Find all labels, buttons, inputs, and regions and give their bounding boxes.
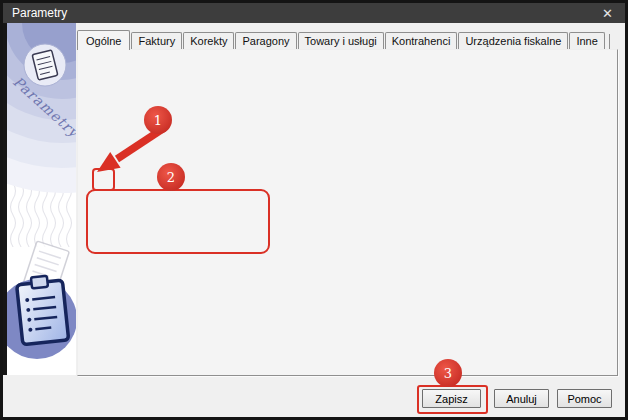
tab-page-ogolne	[77, 49, 618, 376]
title-bar: Parametry ✕	[3, 3, 625, 23]
tab-towary-i-uslugi[interactable]: Towary i usługi	[298, 32, 384, 49]
tab-strip-end-divider	[609, 34, 610, 49]
tab-ogolne[interactable]: Ogólne	[77, 30, 130, 50]
sidebar-artwork: Parametry	[3, 23, 76, 375]
document-badge-icon	[24, 44, 66, 86]
tab-korekty[interactable]: Korekty	[183, 32, 234, 49]
tab-strip: Ogólne Faktury Korekty Paragony Towary i…	[77, 30, 610, 49]
tab-urzadzenia-fiskalne[interactable]: Urządzenia fiskalne	[458, 32, 568, 49]
window-title: Parametry	[3, 6, 67, 20]
cancel-button[interactable]: Anuluj	[494, 389, 549, 408]
tab-paragony[interactable]: Paragony	[235, 32, 296, 49]
tab-faktury[interactable]: Faktury	[131, 32, 182, 49]
sidebar-illustration: Parametry	[7, 23, 76, 375]
help-button[interactable]: Pomoc	[557, 389, 612, 408]
tab-inne[interactable]: Inne	[569, 32, 604, 49]
tab-kontrahenci[interactable]: Kontrahenci	[385, 32, 458, 49]
close-icon[interactable]: ✕	[602, 6, 625, 21]
parametry-dialog: Parametry ✕	[0, 0, 628, 420]
save-button[interactable]: Zapisz	[422, 389, 481, 408]
